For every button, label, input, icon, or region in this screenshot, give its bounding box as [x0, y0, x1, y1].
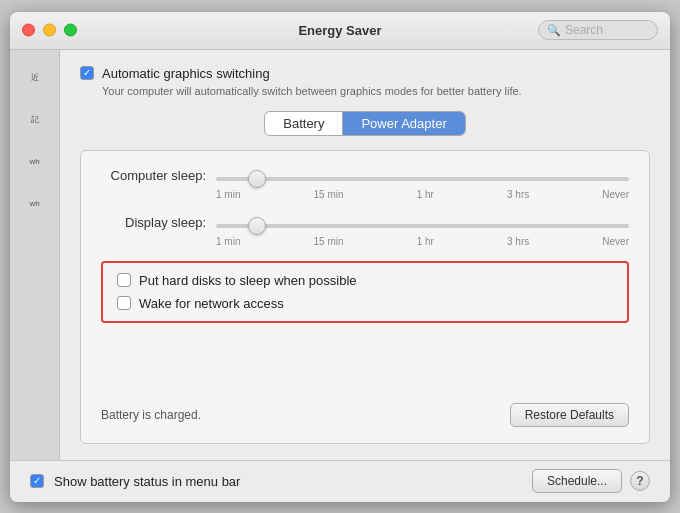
footer-checkmark-icon: ✓	[33, 476, 41, 486]
main-panel: ✓ Automatic graphics switching Your comp…	[60, 50, 670, 460]
sidebar-label-4: wh	[29, 199, 39, 208]
computer-tick-1: 1 min	[216, 189, 240, 200]
title-bar: Energy Saver 🔍 Search	[10, 12, 670, 50]
footer-right: Schedule... ?	[532, 469, 650, 493]
sidebar-item-3[interactable]: wh	[15, 144, 55, 180]
search-placeholder: Search	[565, 23, 603, 37]
show-battery-label: Show battery status in menu bar	[54, 474, 240, 489]
energy-saver-window: Energy Saver 🔍 Search 近 記 wh wh	[10, 12, 670, 502]
options-box: Put hard disks to sleep when possible Wa…	[101, 261, 629, 323]
computer-tick-5: Never	[602, 189, 629, 200]
hard-disks-row: Put hard disks to sleep when possible	[117, 273, 613, 288]
hard-disks-checkbox[interactable]	[117, 273, 131, 287]
computer-sleep-row: Computer sleep: 1 min 15 min 1 hr 3 hrs …	[101, 167, 629, 200]
sidebar-item-1[interactable]: 近	[15, 60, 55, 96]
computer-sleep-slider-container	[216, 167, 629, 185]
battery-tab[interactable]: Battery	[265, 112, 343, 135]
help-button[interactable]: ?	[630, 471, 650, 491]
computer-tick-3: 1 hr	[417, 189, 434, 200]
schedule-button[interactable]: Schedule...	[532, 469, 622, 493]
auto-graphics-subtext: Your computer will automatically switch …	[80, 85, 650, 97]
display-sleep-label: Display sleep:	[101, 215, 206, 230]
maximize-button[interactable]	[64, 24, 77, 37]
display-tick-4: 3 hrs	[507, 236, 529, 247]
window-title: Energy Saver	[298, 23, 381, 38]
auto-graphics-row: ✓ Automatic graphics switching	[80, 66, 650, 81]
footer-row: ✓ Show battery status in menu bar Schedu…	[10, 460, 670, 502]
sidebar-label-2: 記	[31, 114, 39, 125]
checkmark-icon: ✓	[83, 68, 91, 78]
battery-status-text: Battery is charged.	[101, 408, 201, 422]
restore-defaults-button[interactable]: Restore Defaults	[510, 403, 629, 427]
traffic-lights	[22, 24, 77, 37]
computer-sleep-label: Computer sleep:	[101, 168, 206, 183]
display-sleep-slider[interactable]	[216, 224, 629, 228]
content-box: Computer sleep: 1 min 15 min 1 hr 3 hrs …	[80, 150, 650, 444]
sidebar-item-4[interactable]: wh	[15, 186, 55, 222]
display-sleep-row: Display sleep: 1 min 15 min 1 hr 3 hrs N…	[101, 214, 629, 247]
wake-network-checkbox[interactable]	[117, 296, 131, 310]
bottom-status: Battery is charged. Restore Defaults	[101, 403, 629, 427]
power-adapter-tab[interactable]: Power Adapter	[343, 112, 464, 135]
display-tick-2: 15 min	[314, 236, 344, 247]
show-battery-checkbox[interactable]: ✓	[30, 474, 44, 488]
tab-switcher: Battery Power Adapter	[80, 111, 650, 136]
search-box[interactable]: 🔍 Search	[538, 20, 658, 40]
wake-network-row: Wake for network access	[117, 296, 613, 311]
display-sleep-label-row: Display sleep:	[101, 214, 629, 232]
computer-sleep-slider[interactable]	[216, 177, 629, 181]
sidebar: 近 記 wh wh	[10, 50, 60, 460]
minimize-button[interactable]	[43, 24, 56, 37]
computer-tick-4: 3 hrs	[507, 189, 529, 200]
display-sleep-slider-container	[216, 214, 629, 232]
wake-network-label: Wake for network access	[139, 296, 284, 311]
hard-disks-label: Put hard disks to sleep when possible	[139, 273, 357, 288]
tab-group: Battery Power Adapter	[264, 111, 465, 136]
sidebar-item-2[interactable]: 記	[15, 102, 55, 138]
sidebar-label-1: 近	[31, 72, 39, 83]
display-tick-1: 1 min	[216, 236, 240, 247]
close-button[interactable]	[22, 24, 35, 37]
display-tick-3: 1 hr	[417, 236, 434, 247]
computer-tick-2: 15 min	[314, 189, 344, 200]
display-tick-5: Never	[602, 236, 629, 247]
auto-graphics-section: ✓ Automatic graphics switching Your comp…	[80, 66, 650, 97]
sidebar-label-3: wh	[29, 157, 39, 166]
content-area: 近 記 wh wh ✓ Automatic graphics switching	[10, 50, 670, 460]
computer-sleep-label-row: Computer sleep:	[101, 167, 629, 185]
auto-graphics-label: Automatic graphics switching	[102, 66, 270, 81]
auto-graphics-checkbox[interactable]: ✓	[80, 66, 94, 80]
search-icon: 🔍	[547, 24, 561, 37]
